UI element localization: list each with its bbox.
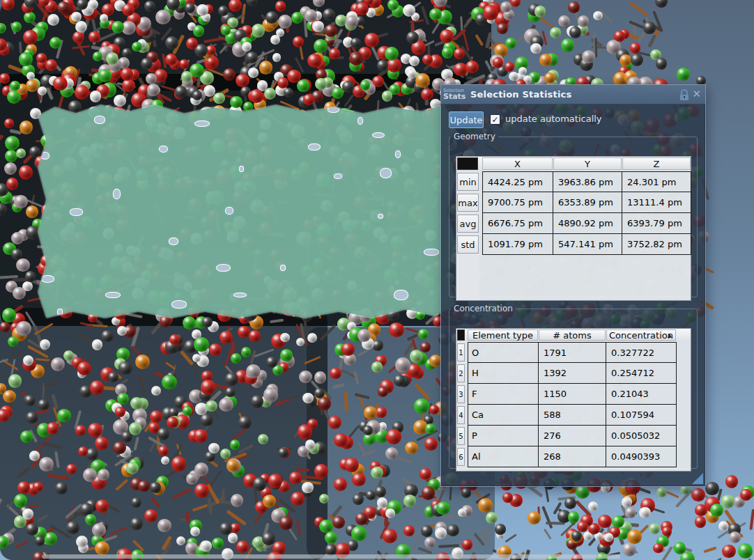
element-cell: Al bbox=[468, 446, 539, 467]
geometry-cell: 6393.79 pm bbox=[622, 213, 691, 234]
geometry-section-title: Geometry bbox=[451, 132, 498, 141]
concentration-cell: 0.0490393 bbox=[606, 446, 677, 467]
concentration-cell: 0.254712 bbox=[606, 363, 677, 384]
row-number[interactable]: 1 bbox=[457, 343, 465, 361]
lock-shackle bbox=[681, 89, 688, 95]
geometry-column-y[interactable]: Y bbox=[553, 157, 622, 170]
panel-resize-grip[interactable] bbox=[692, 473, 703, 484]
atoms-cell: 1791 bbox=[539, 342, 606, 363]
concentration-cell: 0.0505032 bbox=[606, 426, 677, 446]
concentration-section-title: Concentration bbox=[451, 304, 516, 313]
geometry-rowheader-min[interactable]: min bbox=[457, 173, 479, 191]
concentration-column-concentration[interactable]: Concentration ▲ bbox=[606, 329, 676, 341]
atoms-cell: 588 bbox=[539, 405, 606, 426]
concentration-column-atoms[interactable]: # atoms bbox=[539, 329, 606, 341]
concentration-cell: 0.21043 bbox=[606, 384, 677, 405]
row-number[interactable]: 4 bbox=[457, 406, 465, 424]
geometry-cell: 24.301 pm bbox=[622, 171, 691, 192]
geometry-column-x[interactable]: X bbox=[482, 157, 553, 170]
element-cell: H bbox=[468, 363, 539, 384]
atoms-cell: 268 bbox=[539, 446, 606, 467]
geometry-column-z[interactable]: Z bbox=[622, 157, 691, 170]
lock-icon[interactable] bbox=[680, 89, 688, 100]
geometry-cell: 4890.92 pm bbox=[553, 213, 622, 234]
geometry-cell: 3752.82 pm bbox=[622, 234, 691, 255]
geometry-cell: 3963.86 pm bbox=[553, 171, 622, 192]
element-cell: P bbox=[468, 426, 539, 446]
geometry-cell: 13111.4 pm bbox=[622, 192, 691, 213]
atoms-cell: 1392 bbox=[539, 363, 606, 384]
element-cell: Ca bbox=[468, 405, 539, 426]
concentration-table: Element type # atoms Concentration ▲ 1 O… bbox=[456, 328, 691, 472]
auto-update-checkbox[interactable]: ✓ bbox=[490, 114, 500, 125]
panel-tab-selection-stats[interactable]: Selection Stats bbox=[441, 85, 468, 104]
element-cell: F bbox=[468, 384, 539, 405]
element-cell: O bbox=[468, 342, 539, 363]
tab-label-line2: Stats bbox=[443, 93, 468, 100]
sort-ascending-icon: ▲ bbox=[668, 332, 672, 339]
atoms-cell: 276 bbox=[539, 426, 606, 446]
auto-update-label: update automatically bbox=[505, 114, 602, 124]
atoms-cell: 1150 bbox=[539, 384, 606, 405]
row-number[interactable]: 6 bbox=[457, 448, 465, 466]
close-icon[interactable]: ✕ bbox=[692, 89, 701, 100]
panel-titlebar[interactable]: Selection Stats Selection Statistics ✕ bbox=[441, 85, 705, 104]
geometry-cell: 9700.75 pm bbox=[482, 192, 553, 213]
geometry-rowheader-max[interactable]: max bbox=[457, 194, 479, 212]
panel-title: Selection Statistics bbox=[470, 89, 571, 100]
row-number[interactable]: 3 bbox=[457, 385, 465, 403]
geometry-cell: 1091.79 pm bbox=[482, 234, 553, 255]
row-number[interactable]: 2 bbox=[457, 364, 465, 382]
concentration-column-element[interactable]: Element type bbox=[468, 329, 538, 341]
row-number[interactable]: 5 bbox=[457, 427, 465, 445]
concentration-groupbox: Concentration Element type # atoms Conce… bbox=[449, 304, 698, 469]
selection-statistics-panel: Selection Stats Selection Statistics ✕ U… bbox=[440, 84, 706, 487]
geometry-cell: 6676.75 pm bbox=[482, 213, 553, 234]
geometry-cell: 547.141 pm bbox=[553, 234, 622, 255]
concentration-cell: 0.107594 bbox=[606, 405, 677, 426]
lock-body bbox=[680, 95, 688, 100]
selection-fill bbox=[38, 103, 455, 318]
geometry-cell: 6353.89 pm bbox=[553, 192, 622, 213]
concentration-column-label: Concentration bbox=[609, 330, 673, 341]
geometry-rowheader-std[interactable]: std bbox=[457, 235, 479, 254]
geometry-table: X Y Z min 4424.25 pm 3963.86 pm 24.301 p… bbox=[456, 156, 691, 301]
update-button[interactable]: Update bbox=[449, 111, 484, 128]
concentration-cell: 0.327722 bbox=[606, 342, 677, 363]
selection-region-highlight bbox=[38, 103, 455, 318]
geometry-cell: 4424.25 pm bbox=[482, 171, 553, 192]
geometry-corner-cell[interactable] bbox=[457, 157, 478, 170]
geometry-groupbox: Geometry X Y Z min 4424.25 pm 3963.86 pm… bbox=[449, 132, 698, 297]
concentration-corner-cell[interactable] bbox=[457, 329, 465, 341]
geometry-rowheader-avg[interactable]: avg bbox=[457, 215, 479, 233]
